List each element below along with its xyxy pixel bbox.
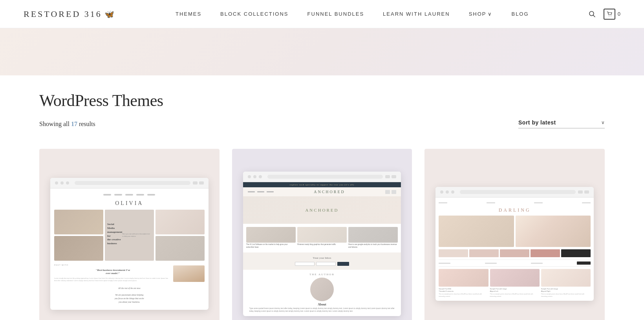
olivia-img-3: [156, 210, 205, 234]
browser-url-bar: [267, 175, 383, 179]
browser-icon-1: [385, 175, 390, 178]
anchored-author-img: [310, 278, 334, 301]
darling-post-excerpt-2: This is a sample post to show how a Word…: [490, 293, 540, 298]
anchored-nav-items: [248, 191, 274, 192]
anchored-posts-section: The #1 List Software on the market to he…: [243, 224, 401, 252]
browser-url-bar: [460, 190, 576, 194]
browser-dot-2: [60, 181, 64, 185]
anchored-post-3: How to use google analytics to track you…: [348, 227, 398, 249]
product-card-bg-olivia: OLIVIA Social Mediamanagement forthe cre…: [39, 149, 220, 320]
main-content: WordPress Themes Showing all 17 results …: [0, 75, 644, 320]
browser-icon-2: [392, 175, 396, 178]
darling-post-2: Sample Post with ImageAligned Left This …: [490, 269, 540, 298]
darling-nav-dot-4: [582, 202, 591, 203]
anchored-optin-form: [247, 262, 397, 266]
nav-item-themes[interactable]: THEMES: [176, 11, 201, 17]
nav-item-block-collections[interactable]: BLOCK COLLECTIONS: [220, 11, 288, 17]
anchored-author-bio: Type some quoted lorem ipsum dummy text …: [246, 307, 398, 313]
darling-nav-bar: [439, 201, 591, 205]
search-button[interactable]: [589, 11, 596, 18]
nav-item-learn-with-lauren[interactable]: LEARN WITH LAUREN: [383, 11, 450, 17]
darling-post-excerpt-1: This is a sample post to show how a Word…: [439, 293, 488, 298]
browser-dot-2: [446, 190, 449, 194]
browser-icon-2: [199, 181, 204, 185]
darling-swatch-2: [469, 249, 499, 257]
cart-button[interactable]: 0: [604, 9, 620, 20]
svg-point-2: [609, 16, 609, 16]
olivia-nav-dot-3: [125, 194, 133, 196]
shop-chevron-icon: ∨: [488, 11, 492, 17]
results-count-text: Showing all 17 results: [39, 121, 95, 128]
cart-icon: [604, 9, 615, 20]
darling-hero-img-right: [516, 216, 591, 247]
anchored-author-name: About: [246, 303, 398, 306]
olivia-couple-img: [173, 265, 205, 282]
darling-feat-dot-1: [439, 263, 450, 264]
browser-icons: [578, 190, 589, 194]
site-header: RESTOReD 316 🦋 THEMES BLOCK COLLECTIONS …: [0, 0, 644, 28]
browser-dot-3: [259, 175, 262, 178]
nav-item-funnel-bundles[interactable]: FUNNEL BUNDLES: [307, 11, 364, 17]
hero-banner: [0, 28, 644, 75]
anchored-nav-dot-1: [248, 191, 255, 192]
darling-post-caption-2: Sample Post with ImageAligned Left: [490, 288, 540, 293]
darling-post-1: Sample Post WithThreaded Comments This i…: [439, 269, 488, 298]
anchored-post-caption-3: How to use google analytics to track you…: [348, 243, 398, 249]
darling-posts-grid: Sample Post WithThreaded Comments This i…: [439, 269, 591, 298]
olivia-img-4: [54, 236, 103, 261]
darling-feat-btn: [577, 261, 591, 265]
anchored-browser-bar: [243, 172, 401, 182]
anchored-post-2: Pinterest ready blog graphics that gener…: [297, 227, 347, 249]
search-icon: [589, 11, 596, 18]
browser-dot-3: [451, 190, 454, 194]
darling-post-excerpt-3: This is a sample post to show how a Word…: [541, 293, 591, 298]
olivia-post-row: PAST WITH "Best business investment I've…: [54, 264, 205, 282]
olivia-nav: [54, 192, 205, 197]
olivia-img-5: [156, 236, 205, 261]
product-card-bg-darling: DARLING: [424, 149, 605, 320]
results-number: 17: [71, 121, 77, 127]
anchored-name-input: [316, 262, 336, 266]
darling-nav-dot-3: [534, 202, 543, 203]
product-card-darling[interactable]: DARLING: [424, 149, 605, 320]
page-title: WordPress Themes: [39, 91, 605, 110]
olivia-img-2: Social Mediamanagement forthe creativebu…: [105, 210, 154, 261]
anchored-header-icon: [385, 190, 390, 194]
olivia-mission-text: All the rest of the are now We are passi…: [54, 284, 205, 306]
logo-text: RESTOReD 316: [24, 9, 102, 19]
main-nav: THEMES BLOCK COLLECTIONS FUNNEL BUNDLES …: [176, 11, 529, 17]
cart-count: 0: [618, 11, 620, 17]
browser-icon-1: [578, 190, 583, 194]
anchored-post-caption-1: The #1 List Software on the market to he…: [246, 243, 296, 249]
anchored-email-input: [295, 262, 315, 266]
anchored-author-title: THE AUTHOR: [246, 273, 398, 276]
darling-theme-preview: DARLING: [435, 197, 594, 301]
anchored-optin-title: Treat your Inbox: [247, 256, 397, 260]
olivia-hero-grid: Social Mediamanagement forthe creativebu…: [54, 210, 205, 261]
darling-hero-grid: [439, 216, 591, 247]
olivia-nav-dot-2: [114, 194, 122, 196]
olivia-nav-dot-5: [147, 194, 155, 196]
anchored-browser-mockup: explore each specialty to support the tr…: [243, 172, 401, 316]
anchored-post-caption-2: Pinterest ready blog graphics that gener…: [297, 243, 347, 247]
logo-butterfly-icon: 🦋: [104, 9, 116, 19]
anchored-logo-text: ANCHORED: [314, 190, 345, 194]
sort-dropdown[interactable]: Sort by latest ∨: [518, 119, 605, 128]
browser-icons: [385, 175, 396, 178]
olivia-quote: "Best business investment I'veever made!…: [54, 267, 172, 276]
darling-feat-dot-3: [531, 263, 543, 264]
browser-url-bar: [75, 181, 190, 185]
nav-item-shop[interactable]: SHOP ∨: [469, 11, 493, 17]
product-card-olivia[interactable]: OLIVIA Social Mediamanagement forthe cre…: [39, 149, 220, 320]
olivia-nav-dot-1: [103, 194, 111, 196]
browser-dot-1: [55, 181, 58, 185]
site-logo[interactable]: RESTOReD 316 🦋: [24, 9, 116, 19]
anchored-author-section: THE AUTHOR About Type some quoted lorem …: [243, 270, 401, 316]
nav-item-blog[interactable]: BLOG: [511, 11, 529, 17]
olivia-browser-bar: [50, 178, 209, 188]
anchored-nav-dot-3: [267, 191, 274, 192]
anchored-post-img-1: [246, 227, 296, 243]
darling-post-3: Sample Post with ImageAligned Right This…: [541, 269, 591, 298]
product-card-anchored[interactable]: explore each specialty to support the tr…: [232, 149, 412, 320]
olivia-browser-mockup: OLIVIA Social Mediamanagement forthe cre…: [50, 178, 209, 310]
